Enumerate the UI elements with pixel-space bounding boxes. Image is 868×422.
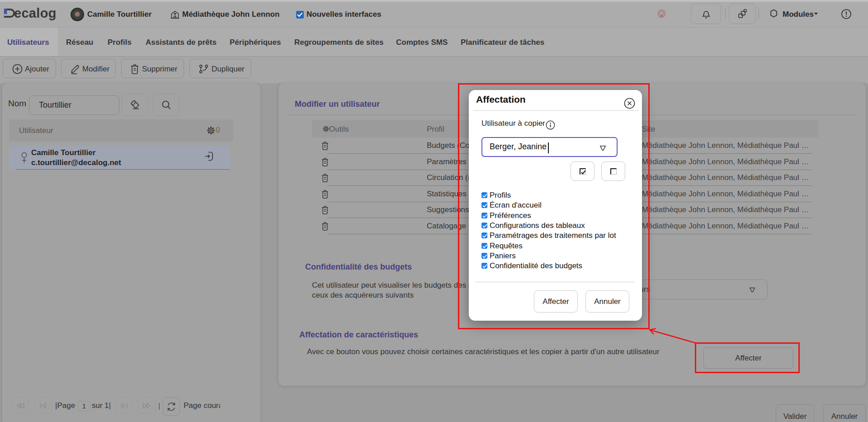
svg-text:ecalog: ecalog (14, 6, 57, 20)
